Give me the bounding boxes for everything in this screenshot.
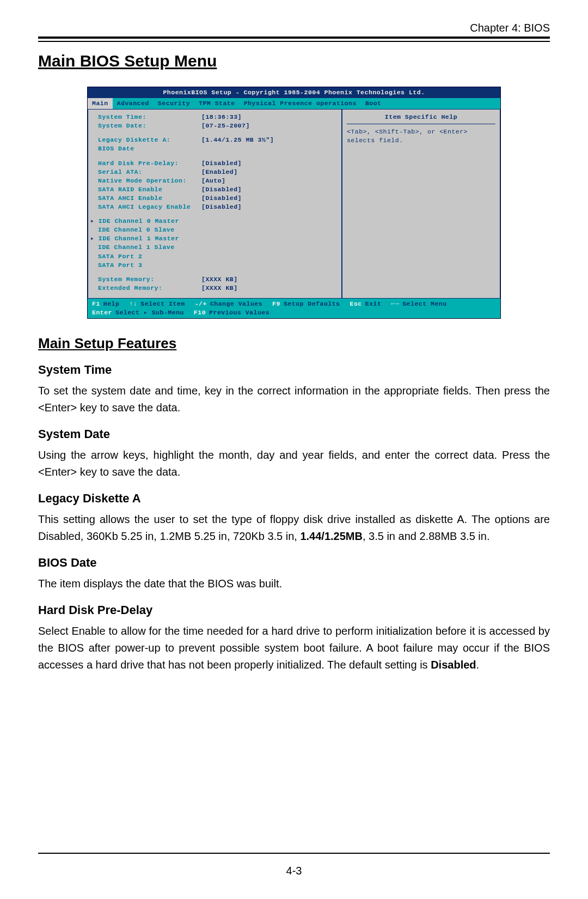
page-title: Main BIOS Setup Menu (38, 52, 550, 70)
page-footer: 4-3 (38, 853, 550, 877)
feature-title: Hard Disk Pre-Delay (38, 603, 550, 617)
feature-body: The item displays the date that the BIOS… (38, 575, 550, 592)
feature-title: System Date (38, 427, 550, 441)
bios-submenu-item[interactable]: IDE Channel 0 Master (98, 217, 336, 226)
feature-body: This setting allows the user to set the … (38, 511, 550, 545)
feature-title: Legacy Diskette A (38, 491, 550, 506)
bios-footer-hint: F9Setup Defaults (272, 300, 340, 308)
feature-body: Select Enable to allow for the time need… (38, 623, 550, 673)
bios-tab[interactable]: Main (88, 98, 113, 109)
bios-field-label: Hard Disk Pre-Delay: (98, 159, 201, 168)
bios-submenu-item[interactable]: IDE Channel 1 Master (98, 234, 336, 243)
bios-field-label: SATA AHCI Legacy Enable (98, 203, 201, 211)
bios-footer-hint: F10Previous Values (194, 308, 270, 317)
bios-help-text: <Tab>, <Shift-Tab>, or <Enter> selects f… (347, 127, 495, 145)
bios-screenshot: PhoenixBIOS Setup - Copyright 1985-2004 … (87, 87, 501, 319)
bios-submenu-item[interactable]: IDE Channel 1 Slave (98, 243, 336, 252)
bios-help-title: Item Specific Help (347, 113, 495, 124)
header-rule (38, 37, 550, 42)
bios-field-label: Native Mode Operation: (98, 177, 201, 185)
bios-tab[interactable]: TPM State (194, 98, 240, 109)
bios-field-label: Serial ATA: (98, 168, 201, 177)
feature-body: To set the system date and time, key in … (38, 382, 550, 416)
bios-footer-hint: ↑↓Select Item (129, 300, 185, 308)
bios-tab[interactable]: Security (154, 98, 194, 109)
bios-field-value[interactable]: [XXXX KB] (201, 284, 238, 293)
bios-field-label: BIOS Date (98, 144, 201, 153)
features-heading: Main Setup Features (38, 335, 550, 352)
features-section: System TimeTo set the system date and ti… (38, 363, 550, 673)
feature-body: Using the arrow keys, highlight the mont… (38, 447, 550, 481)
bios-field-value[interactable]: [Disabled] (201, 194, 242, 203)
bios-field-label: Extended Memory: (98, 284, 201, 293)
bios-field-label: System Time: (98, 113, 201, 122)
chapter-header: Chapter 4: BIOS (38, 22, 550, 34)
bios-field-label: Legacy Diskette A: (98, 136, 201, 144)
bios-field-value[interactable]: [07-25-2007] (201, 122, 250, 130)
bios-tab[interactable]: Physical Presence operations (240, 98, 361, 109)
bios-field-value[interactable]: [1.44/1.25 MB 3½"] (201, 136, 274, 144)
bios-field-value[interactable]: [Disabled] (201, 185, 242, 194)
bios-footer-hint: EnterSelect ▸ Sub-Menu (92, 308, 184, 317)
bios-field-value[interactable]: [Disabled] (201, 203, 242, 211)
feature-title: BIOS Date (38, 556, 550, 570)
bios-tab[interactable]: Boot (361, 98, 386, 109)
bios-field-value[interactable]: [Auto] (201, 177, 225, 185)
bios-field-value[interactable]: [XXXX KB] (201, 275, 238, 284)
bios-field-label: SATA RAID Enable (98, 185, 201, 194)
bios-footer-hint: EscExit (350, 300, 382, 308)
bios-field-value[interactable]: [Enabled] (201, 168, 238, 177)
bios-field-value[interactable]: [Disabled] (201, 159, 242, 168)
bios-footer-hint: -/+Change Values (195, 300, 262, 308)
bios-main-panel: System Time:[18:36:33]System Date:[07-25… (88, 109, 342, 299)
bios-footer: F1Help↑↓Select Item-/+Change ValuesF9Set… (88, 299, 500, 318)
bios-field-value[interactable]: [18:36:33] (201, 113, 242, 122)
bios-help-panel: Item Specific Help <Tab>, <Shift-Tab>, o… (342, 109, 500, 299)
feature-title: System Time (38, 363, 550, 377)
bios-field-label: System Date: (98, 122, 201, 130)
bios-tabs: MainAdvancedSecurityTPM StatePhysical Pr… (88, 98, 500, 109)
bios-submenu-item[interactable]: SATA Port 2 (98, 252, 336, 261)
bios-footer-hint: F1Help (92, 300, 119, 308)
bios-field-label: SATA AHCI Enable (98, 194, 201, 203)
page-number: 4-3 (286, 865, 302, 877)
bios-footer-hint: ←→Select Menu (391, 300, 446, 308)
bios-field-label: System Memory: (98, 275, 201, 284)
bios-submenu-item[interactable]: SATA Port 3 (98, 261, 336, 270)
bios-setup-title: PhoenixBIOS Setup - Copyright 1985-2004 … (88, 87, 500, 98)
bios-tab[interactable]: Advanced (113, 98, 154, 109)
bios-submenu-item[interactable]: IDE Channel 0 Slave (98, 226, 336, 234)
